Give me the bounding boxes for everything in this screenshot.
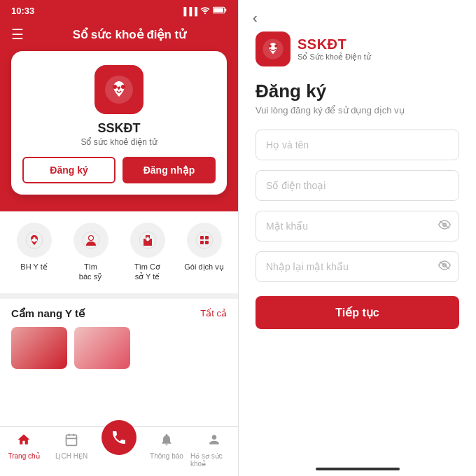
person-icon xyxy=(207,433,221,450)
svg-rect-20 xyxy=(146,239,150,240)
home-icon xyxy=(17,433,31,450)
form-subtitle: Vui lòng đăng ký để sử dụng dịch vụ xyxy=(255,105,459,115)
wifi-icon xyxy=(200,6,210,16)
field-full-name xyxy=(255,130,459,160)
nav-item-ho-so-suc-khoe[interactable]: Hồ sơ sức khoẻ xyxy=(190,433,238,468)
nav-label-trang-chu: Trang chủ xyxy=(8,452,39,460)
menu-item-tim-co-so-y-te[interactable]: Tìm Cơsở Y tế xyxy=(123,223,172,282)
register-button[interactable]: Đăng ký xyxy=(22,157,115,183)
hero-card: ♥ SSKĐT Sổ sức khoẻ điện tử Đăng ký Đăng… xyxy=(11,51,227,195)
cam-nang-title: Cẩm nang Y tế xyxy=(11,307,85,320)
bh-y-te-icon xyxy=(17,223,52,258)
confirm-password-eye-icon[interactable] xyxy=(438,260,451,273)
app-name: SSKĐT xyxy=(97,121,140,136)
svg-point-28 xyxy=(268,44,271,47)
nav-item-lich-hen[interactable]: LỊCH HẸN xyxy=(48,433,95,468)
svg-rect-24 xyxy=(200,241,204,244)
menu-label-tim-co-so-y-te: Tìm Cơsở Y tế xyxy=(134,262,160,282)
menu-label-tim-bac-sy: Tìmbác sỹ xyxy=(79,262,102,282)
nav-label-thong-bao: Thông báo xyxy=(150,452,183,460)
svg-rect-22 xyxy=(200,236,204,239)
brand-row: SSKĐT Sổ Sức khoẻ Điện tử xyxy=(255,31,459,66)
cam-nang-card-2[interactable] xyxy=(74,327,130,369)
calendar-icon xyxy=(64,433,78,450)
svg-rect-23 xyxy=(205,236,209,239)
status-icons: ▐▐▐ xyxy=(181,6,227,16)
nav-label-lich-hen: LỊCH HẸN xyxy=(55,452,88,460)
cam-nang-card-1[interactable] xyxy=(11,327,67,369)
password-eye-icon[interactable] xyxy=(438,220,451,232)
menu-item-bh-y-te[interactable]: BH Y tế xyxy=(10,223,59,282)
full-name-input[interactable] xyxy=(255,130,459,160)
app-icon: ♥ xyxy=(94,65,144,114)
svg-point-29 xyxy=(274,44,277,47)
hero-section: ♥ SSKĐT Sổ sức khoẻ điện tử Đăng ký Đăng… xyxy=(0,51,238,211)
nav-item-thong-bao[interactable]: Thông báo xyxy=(143,433,190,468)
menu-item-goi-dich-vu[interactable]: Gói dịch vụ xyxy=(180,223,229,282)
phone-input[interactable] xyxy=(255,170,459,201)
menu-label-goi-dich-vu: Gói dịch vụ xyxy=(184,262,223,272)
tim-bac-sy-icon xyxy=(74,223,108,258)
svg-point-21 xyxy=(196,232,213,248)
section-header: Cẩm nang Y tế Tất cả xyxy=(11,307,227,320)
signal-icon: ▐▐▐ xyxy=(181,7,197,15)
svg-rect-14 xyxy=(89,237,93,239)
left-panel: 10:33 ▐▐▐ ☰ Sổ sức khoẻ đ xyxy=(0,0,238,476)
brand-text: SSKĐT Sổ Sức khoẻ Điện tử xyxy=(298,36,371,62)
bottom-nav: Trang chủ LỊCH HẸN xyxy=(0,426,238,476)
quick-menu: BH Y tế Tìmbác sỹ xyxy=(0,211,238,293)
submit-button[interactable]: Tiếp tục xyxy=(255,296,459,329)
field-confirm-password xyxy=(255,251,459,282)
svg-point-6 xyxy=(113,85,117,89)
field-phone xyxy=(255,170,459,201)
form-title: Đăng ký xyxy=(255,80,459,102)
svg-point-7 xyxy=(121,85,125,89)
menu-item-tim-bac-sy[interactable]: Tìmbác sỹ xyxy=(66,223,115,282)
svg-rect-2 xyxy=(214,8,223,12)
nav-item-trang-chu[interactable]: Trang chủ xyxy=(0,433,48,468)
login-button[interactable]: Đăng nhập xyxy=(122,157,216,183)
nav-title: Sổ sức khoẻ điện tử xyxy=(32,27,227,42)
svg-text:♥: ♥ xyxy=(117,84,121,92)
right-panel: ‹ SSKĐT Sổ Sức khoẻ Điện tử Đăng ký Vui … xyxy=(238,0,476,476)
svg-point-0 xyxy=(204,12,206,13)
hamburger-icon[interactable]: ☰ xyxy=(11,26,24,43)
brand-name: SSKĐT xyxy=(298,36,371,52)
brand-description: Sổ Sức khoẻ Điện tử xyxy=(298,52,371,62)
password-input[interactable] xyxy=(255,211,459,241)
section-divider xyxy=(0,293,238,299)
brand-logo xyxy=(255,31,290,66)
confirm-password-input[interactable] xyxy=(255,251,459,282)
app-subtitle: Sổ sức khoẻ điện tử xyxy=(80,137,157,147)
right-content: SSKĐT Sổ Sức khoẻ Điện tử Đăng ký Vui lò… xyxy=(239,26,476,459)
nav-call-button[interactable] xyxy=(102,420,136,455)
cam-nang-link[interactable]: Tất cả xyxy=(200,308,227,318)
svg-rect-26 xyxy=(66,435,77,445)
goi-dich-vu-icon xyxy=(187,223,222,258)
svg-rect-3 xyxy=(225,9,226,12)
svg-rect-25 xyxy=(205,241,209,244)
status-time: 10:33 xyxy=(11,6,34,16)
battery-icon xyxy=(213,6,227,15)
top-nav: ☰ Sổ sức khoẻ điện tử xyxy=(0,20,238,51)
tim-co-so-y-te-icon xyxy=(130,223,165,258)
menu-label-bh-y-te: BH Y tế xyxy=(20,262,47,272)
bottom-indicator xyxy=(316,468,400,470)
nav-label-ho-so-suc-khoe: Hồ sơ sức khoẻ xyxy=(190,452,238,468)
cam-nang-items xyxy=(11,327,227,369)
back-button[interactable]: ‹ xyxy=(239,0,476,26)
auth-buttons: Đăng ký Đăng nhập xyxy=(22,157,216,183)
svg-rect-10 xyxy=(31,239,37,241)
status-bar: 10:33 ▐▐▐ xyxy=(0,0,238,20)
bell-icon xyxy=(160,433,174,450)
field-password xyxy=(255,211,459,241)
